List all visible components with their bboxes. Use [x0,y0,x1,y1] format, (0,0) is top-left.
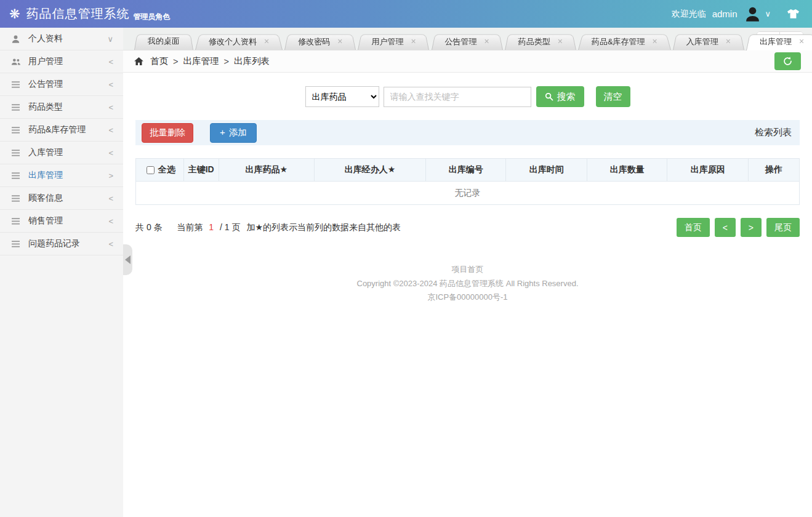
outbound-table: 全选 主键ID 出库药品★ 出库经办人★ 出库编号 出库时间 出库数量 出库原因… [135,158,800,205]
batch-delete-button[interactable]: 批量删除 [142,123,193,143]
tab-my-desktop[interactable]: 我的桌面 [134,33,193,50]
sidebar-item-sales[interactable]: 销售管理 < [0,210,123,233]
chevron-left-icon: < [108,103,113,112]
breadcrumb-home[interactable]: 首页 [150,55,168,67]
sidebar-item-label: 销售管理 [28,215,108,226]
tab-drug-types[interactable]: 药品类型× [505,33,576,50]
list-title: 检索列表 [755,127,794,138]
tab-inbound[interactable]: 入库管理× [673,33,744,50]
tab-label: 修改个人资料 [209,37,257,46]
chevron-down-icon[interactable]: ∨ [765,9,771,18]
sidebar-item-label: 用户管理 [28,56,108,67]
footer-project-link[interactable]: 项目首页 [135,263,800,277]
sidebar-item-customers[interactable]: 顾客信息 < [0,187,123,210]
tab-label: 药品&库存管理 [592,37,645,46]
tab-announcements[interactable]: 公告管理× [432,33,503,50]
search-button-label: 搜索 [557,91,576,103]
username: admin [712,9,738,19]
footer-icp: 京ICP备00000000号-1 [135,291,800,305]
sidebar-item-problem-drugs[interactable]: 问题药品记录 < [0,233,123,255]
next-page-button[interactable]: > [741,218,762,237]
page-footer: 项目首页 Copyright ©2023-2024 药品信息管理系统 All R… [135,263,800,329]
tab-label: 药品类型 [518,37,550,46]
user-area: 欢迎光临 admin ∨ [672,6,800,22]
chevron-left-icon: < [108,148,113,158]
users-icon [11,58,26,66]
column-header-actions: 操作 [748,159,799,182]
sidebar-item-drug-types[interactable]: 药品类型 < [0,96,123,119]
sidebar-item-inbound[interactable]: 入库管理 < [0,142,123,164]
chevron-left-icon: < [108,126,113,135]
breadcrumb-section[interactable]: 出库管理 [183,55,219,67]
search-icon [545,92,553,101]
close-icon[interactable]: × [264,36,269,46]
chevron-right-icon: > [108,171,113,180]
table-empty-row: 无记录 [136,182,800,205]
table-header-row: 全选 主键ID 出库药品★ 出库经办人★ 出库编号 出库时间 出库数量 出库原因… [136,159,800,182]
first-page-button[interactable]: 首页 [677,218,710,237]
list-icon [11,81,26,89]
tab-drug-inventory[interactable]: 药品&库存管理× [578,33,671,50]
search-field-select[interactable]: 出库药品 [305,86,379,107]
tab-bar: 我的桌面 修改个人资料× 修改密码× 用户管理× 公告管理× 药品类型× 药品&… [123,28,812,50]
search-input[interactable] [384,87,531,107]
column-header-drug: 出库药品★ [219,159,314,182]
breadcrumb-separator: > [223,57,228,66]
list-icon [11,240,26,248]
sidebar-item-outbound[interactable]: 出库管理 > [0,164,123,187]
last-page-button[interactable]: 尾页 [766,218,800,237]
tab-edit-profile[interactable]: 修改个人资料× [195,33,283,50]
brand: ❋ 药品信息管理系统 管理员角色 [9,6,171,22]
gear-logo-icon: ❋ [9,7,20,22]
tab-label: 用户管理 [371,37,403,46]
sidebar-item-profile[interactable]: 个人资料 ∨ [0,28,123,50]
theme-shirt-icon[interactable] [787,9,800,19]
sidebar-item-label: 顾客信息 [28,193,108,204]
tab-label: 我的桌面 [148,36,180,46]
tab-change-password[interactable]: 修改密码× [284,33,356,50]
column-header-number: 出库编号 [426,159,506,182]
tab-user-management[interactable]: 用户管理× [358,33,429,50]
close-icon[interactable]: × [337,36,342,46]
add-button[interactable]: +添加 [210,123,257,143]
close-icon[interactable]: × [411,36,416,46]
refresh-button[interactable] [774,52,801,70]
triangle-left-icon [125,255,131,264]
user-avatar-icon[interactable] [744,6,761,22]
close-icon[interactable]: × [558,36,563,46]
search-button[interactable]: 搜索 [536,86,584,107]
chevron-left-icon: < [108,217,113,226]
sidebar-item-label: 入库管理 [28,147,108,158]
sidebar-item-label: 公告管理 [28,79,108,90]
sidebar-item-users[interactable]: 用户管理 < [0,50,123,73]
breadcrumb-separator: > [173,57,178,66]
tab-outbound[interactable]: 出库管理× [746,33,812,50]
tab-label: 入库管理 [686,37,718,46]
close-icon[interactable]: × [726,36,731,46]
sidebar-collapse-handle[interactable] [123,244,132,275]
prev-page-button[interactable]: < [715,218,736,237]
home-icon [134,57,143,65]
app-title: 药品信息管理系统 [26,6,130,22]
close-icon[interactable]: × [799,36,804,46]
sidebar: 个人资料 ∨ 用户管理 < 公告管理 < 药品类型 < 药品&库存管理 < 入库… [0,28,123,517]
sidebar-item-drug-inventory[interactable]: 药品&库存管理 < [0,119,123,142]
search-row: 出库药品 搜索 清空 [135,86,800,107]
sidebar-item-label: 药品类型 [28,102,108,113]
close-icon[interactable]: × [653,36,657,46]
select-all-checkbox[interactable] [147,166,155,174]
sidebar-item-label: 个人资料 [28,33,107,44]
pagination-buttons: 首页 < > 尾页 [677,218,800,237]
close-icon[interactable]: × [484,36,489,46]
chevron-left-icon: < [108,194,113,203]
chevron-down-icon: ∨ [107,34,113,44]
clear-button[interactable]: 清空 [596,86,630,107]
column-header-handler: 出库经办人★ [314,159,425,182]
list-icon [11,103,26,111]
list-icon [11,194,26,202]
table-toolbar: 批量删除 +添加 检索列表 [135,120,800,145]
sidebar-item-announcements[interactable]: 公告管理 < [0,73,123,96]
select-all-label: 全选 [158,164,175,174]
content-area: 出库药品 搜索 清空 批量删除 +添加 检索列表 [123,73,812,517]
role-badge: 管理员角色 [134,12,171,22]
